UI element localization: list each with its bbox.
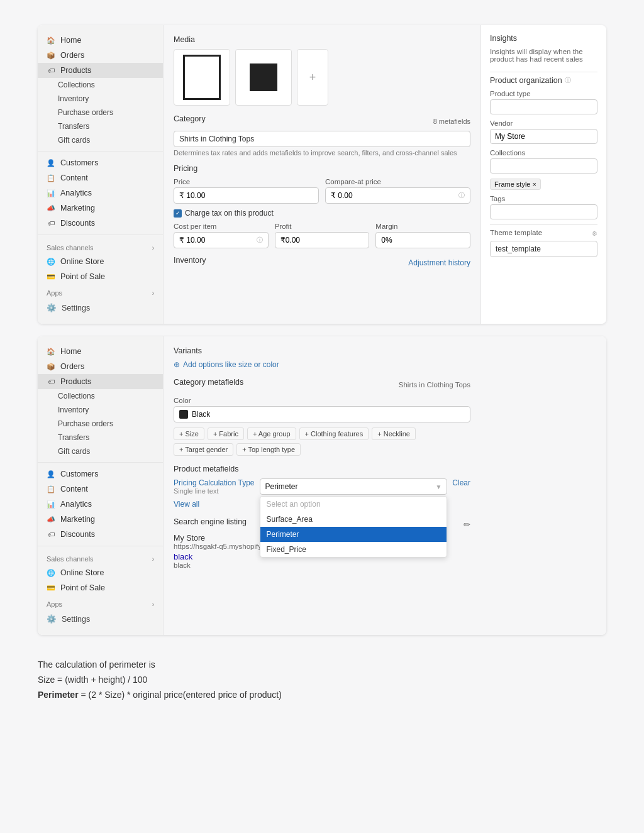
category-select[interactable]: Shirts in Clothing Tops: [174, 131, 470, 147]
meta-select[interactable]: Perimeter ▼: [260, 478, 448, 495]
sidebar2-item-orders[interactable]: 📦 Orders: [38, 359, 163, 374]
tag-target-gender[interactable]: + Target gender: [174, 443, 233, 456]
marketing-icon: 📣: [47, 204, 55, 212]
info-icon: ⓘ: [458, 191, 465, 200]
sidebar2-sub-collections[interactable]: Collections: [38, 389, 163, 403]
home-icon: 🏠: [47, 36, 55, 45]
settings-label: Settings: [62, 304, 90, 312]
sidebar2-item-pos[interactable]: 💳 Point of Sale: [38, 580, 163, 595]
perimeter-bold: Perimeter: [38, 690, 79, 700]
sidebar-discounts-label: Discounts: [60, 219, 95, 228]
sidebar2-item-home[interactable]: 🏠 Home: [38, 344, 163, 359]
sidebar-item-orders[interactable]: 📦 Orders: [38, 48, 163, 63]
chevron-right2-icon: ›: [152, 556, 154, 563]
dropdown-surface-area[interactable]: Surface_Area: [260, 512, 447, 527]
sidebar-item-marketing[interactable]: 📣 Marketing: [38, 201, 163, 216]
profit-input[interactable]: [280, 236, 364, 245]
sidebar2-item-settings[interactable]: ⚙️ Settings: [38, 610, 163, 627]
media-row: +: [174, 49, 470, 106]
pos-label: Point of Sale: [60, 272, 105, 281]
sidebar-marketing-label: Marketing: [60, 204, 95, 212]
sidebar2-item-analytics[interactable]: 📊 Analytics: [38, 497, 163, 512]
black-image: [250, 63, 277, 91]
tag-neckline[interactable]: + Neckline: [372, 428, 416, 440]
media-item-black[interactable]: [235, 49, 292, 106]
dropdown-perimeter[interactable]: Perimeter: [260, 527, 447, 542]
sidebar-item-home[interactable]: 🏠 Home: [38, 33, 163, 48]
sidebar-item-analytics[interactable]: 📊 Analytics: [38, 185, 163, 201]
sidebar-item-content[interactable]: 📋 Content: [38, 170, 163, 185]
online-store-label: Online Store: [60, 257, 104, 266]
compare-input-wrapper: ⓘ: [325, 187, 470, 204]
dropdown-placeholder[interactable]: Select an option: [260, 497, 447, 512]
sidebar2-item-marketing[interactable]: 📣 Marketing: [38, 512, 163, 527]
cost-input-wrapper: ⓘ: [174, 232, 269, 248]
sidebar-sub-transfers[interactable]: Transfers: [38, 119, 163, 133]
sidebar2-item-customers[interactable]: 👤 Customers: [38, 466, 163, 482]
product-type-input[interactable]: [490, 99, 597, 114]
pricing-section: Pricing Price Compare-at price ⓘ: [174, 164, 470, 248]
bottom-text-section: The calculation of perimeter is Size = (…: [38, 648, 606, 707]
add-variants-btn[interactable]: ⊕ Add options like size or color: [174, 360, 470, 369]
sidebar2-item-discounts[interactable]: 🏷 Discounts: [38, 527, 163, 542]
charge-tax-checkbox[interactable]: ✓: [174, 209, 182, 218]
margin-input-wrapper: [375, 232, 470, 248]
sidebar-sub-gift-cards[interactable]: Gift cards: [38, 133, 163, 147]
tag-size[interactable]: + Size: [174, 428, 204, 440]
adjustment-link[interactable]: Adjustment history: [408, 258, 470, 267]
metafields-badge: 8 metafields: [433, 118, 470, 125]
sidebar-analytics-label: Analytics: [60, 189, 92, 197]
tag-fabric[interactable]: + Fabric: [208, 428, 244, 440]
edit-icon[interactable]: ✏: [464, 520, 470, 529]
price-label: Price: [174, 178, 319, 185]
color-field[interactable]: Black: [174, 406, 470, 422]
tag-top-length[interactable]: + Top length type: [236, 443, 301, 456]
sidebar2-sub-inventory[interactable]: Inventory: [38, 403, 163, 417]
tag-clothing-features[interactable]: + Clothing features: [299, 428, 369, 440]
sidebar-sub-inventory[interactable]: Inventory: [38, 92, 163, 106]
sidebar-sub-purchase-orders[interactable]: Purchase orders: [38, 106, 163, 119]
plus-circle-icon: ⊕: [174, 360, 180, 369]
media-add-button[interactable]: +: [297, 49, 328, 106]
sidebar2-item-online-store[interactable]: 🌐 Online Store: [38, 565, 163, 580]
right-panel-1: Insights Insights will display when the …: [480, 25, 606, 324]
variants-section: Variants ⊕ Add options like size or colo…: [174, 346, 470, 369]
media-item-frame[interactable]: [174, 49, 230, 106]
cost-input[interactable]: [179, 236, 257, 245]
bottom-line-3: Perimeter = (2 * Size) * original price(…: [38, 688, 606, 703]
category-label: Category: [174, 114, 206, 123]
sidebar2-item-products[interactable]: 🏷 Products: [38, 374, 163, 389]
sidebar-item-online-store[interactable]: 🌐 Online Store: [38, 254, 163, 269]
sidebar-item-discounts[interactable]: 🏷 Discounts: [38, 216, 163, 231]
sidebar-item-settings[interactable]: ⚙️ Settings: [38, 299, 163, 316]
margin-input[interactable]: [381, 236, 465, 245]
main-content-2: Variants ⊕ Add options like size or colo…: [164, 336, 480, 635]
sidebar2-sub-purchase-orders[interactable]: Purchase orders: [38, 417, 163, 431]
sidebar-item-pos[interactable]: 💳 Point of Sale: [38, 269, 163, 284]
sidebar-sub-collections[interactable]: Collections: [38, 78, 163, 92]
sidebar2-sub-gift-cards[interactable]: Gift cards: [38, 444, 163, 458]
collections-input[interactable]: [490, 158, 597, 174]
collections-field: Collections: [490, 149, 597, 174]
dropdown-fixed-price[interactable]: Fixed_Price: [260, 542, 447, 557]
theme-template-select[interactable]: test_template: [490, 241, 597, 257]
price-field: Price: [174, 178, 319, 204]
vendor-input[interactable]: [490, 129, 597, 144]
insights-label: Insights: [490, 34, 597, 43]
tag-age-group[interactable]: + Age group: [247, 428, 296, 440]
meta-field-name[interactable]: Pricing Calculation Type: [174, 478, 255, 487]
insights-section: Insights Insights will display when the …: [490, 34, 597, 63]
sidebar-item-customers[interactable]: 👤 Customers: [38, 155, 163, 170]
theme-settings-icon: ⚙: [592, 230, 597, 237]
tags-input[interactable]: [490, 204, 597, 219]
compare-input[interactable]: [331, 191, 458, 200]
sidebar2-sub-transfers[interactable]: Transfers: [38, 431, 163, 444]
theme-template-label: Theme template: [490, 229, 542, 236]
price-input[interactable]: [179, 191, 313, 200]
sidebar2-analytics-label: Analytics: [60, 500, 92, 509]
color-field-label: Color: [174, 397, 470, 404]
sidebar2-item-content[interactable]: 📋 Content: [38, 482, 163, 497]
sidebar-item-products[interactable]: 🏷 Products: [38, 63, 163, 78]
clear-btn[interactable]: Clear: [452, 478, 470, 487]
product-metafields-section: Product metafields Pricing Calculation T…: [174, 465, 470, 509]
